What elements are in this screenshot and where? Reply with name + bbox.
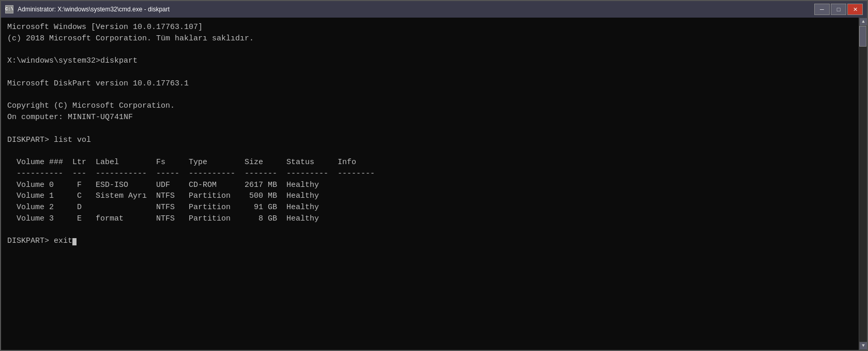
content-area: Microsoft Windows [Version 10.0.17763.10… xyxy=(1,18,867,350)
scroll-down-button[interactable]: ▼ xyxy=(859,342,867,350)
scroll-thumb[interactable] xyxy=(859,26,866,47)
terminal-text: Microsoft Windows [Version 10.0.17763.10… xyxy=(7,22,852,247)
minimize-button[interactable]: ─ xyxy=(814,4,830,15)
terminal-output[interactable]: Microsoft Windows [Version 10.0.17763.10… xyxy=(1,18,859,350)
scroll-up-button[interactable]: ▲ xyxy=(859,18,867,26)
close-button[interactable]: ✕ xyxy=(847,4,863,15)
scrollbar[interactable]: ▲ ▼ xyxy=(859,18,867,350)
scroll-track[interactable] xyxy=(859,26,867,342)
cmd-window: C:\ Administrator: X:\windows\system32\c… xyxy=(0,0,868,351)
title-bar: C:\ Administrator: X:\windows\system32\c… xyxy=(1,1,867,18)
title-bar-left: C:\ Administrator: X:\windows\system32\c… xyxy=(5,5,170,13)
window-title: Administrator: X:\windows\system32\cmd.e… xyxy=(18,6,170,13)
maximize-button[interactable]: □ xyxy=(831,4,846,15)
cmd-icon: C:\ xyxy=(5,5,13,13)
cursor xyxy=(72,238,77,245)
window-controls: ─ □ ✕ xyxy=(814,4,863,15)
